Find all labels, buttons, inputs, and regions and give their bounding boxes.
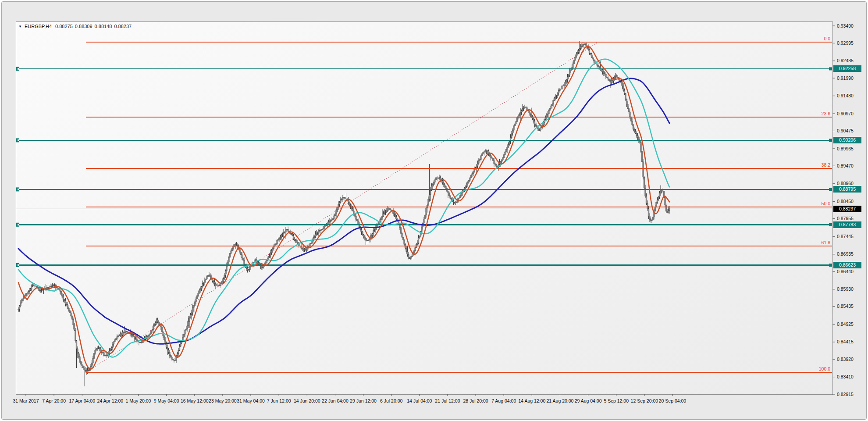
fib-level-label: 0.0 bbox=[824, 36, 830, 41]
level-right-marker bbox=[829, 67, 832, 70]
quote-high: 0.88309 bbox=[75, 24, 92, 29]
price-axis-label: 0.89965 bbox=[837, 146, 854, 151]
candle-wicks bbox=[18, 41, 669, 386]
price-axis-label: 0.92995 bbox=[837, 40, 854, 46]
price-axis-label: 0.88450 bbox=[837, 199, 854, 204]
level-left-marker-notch bbox=[18, 224, 19, 225]
fib-level-label: 23.6 bbox=[822, 111, 830, 116]
symbol-timeframe-label: EURGBP,H4 bbox=[25, 24, 52, 29]
time-axis-label: 31 Mar 2017 bbox=[13, 398, 39, 403]
price-axis-label: 0.85435 bbox=[837, 303, 854, 309]
price-axis-label: 0.84415 bbox=[837, 339, 854, 344]
price-axis-label: 0.89470 bbox=[837, 163, 854, 168]
level-price-badge: 0.88795 bbox=[833, 186, 861, 193]
time-axis-label: 21 Aug 20:00 bbox=[547, 398, 574, 403]
price-axis-label: 0.88960 bbox=[837, 181, 854, 186]
time-axis-label: 21 Jul 12:00 bbox=[435, 398, 460, 403]
level-left-marker-notch bbox=[18, 264, 19, 266]
level-left-marker-notch bbox=[18, 139, 19, 141]
level-price-badge: 0.90206 bbox=[833, 137, 861, 143]
time-axis-label: 7 Aug 04:00 bbox=[491, 398, 516, 403]
ma-medium-line bbox=[18, 59, 669, 357]
time-axis-label: 6 Jul 20:00 bbox=[380, 398, 402, 403]
level-price-badge: 0.86623 bbox=[833, 262, 861, 268]
time-axis-label: 9 May 04:00 bbox=[154, 398, 179, 403]
level-right-marker bbox=[829, 223, 832, 226]
quote-close: 0.88237 bbox=[114, 24, 132, 29]
fib-level-label: 61.8 bbox=[822, 240, 830, 245]
level-price-badge: 0.92258 bbox=[833, 65, 861, 72]
time-axis-label: 7 Jun 12:00 bbox=[267, 398, 291, 403]
price-axis-label: 0.83920 bbox=[837, 357, 854, 362]
fib-level-label: 38.2 bbox=[822, 162, 830, 168]
time-axis-label: 16 May 12:00 bbox=[181, 398, 209, 403]
time-axis-label: 20 Sep 04:00 bbox=[659, 398, 686, 403]
time-axis-label: 31 May 04:00 bbox=[237, 398, 265, 403]
time-axis-label: 28 Jul 20:00 bbox=[463, 398, 488, 403]
time-axis-label: 29 Aug 04:00 bbox=[575, 398, 602, 403]
time-axis-label: 1 May 20:00 bbox=[126, 398, 151, 403]
fib-level-label: 50.0 bbox=[822, 201, 830, 206]
price-axis-label: 0.90475 bbox=[837, 128, 854, 133]
time-axis-label: 5 Sep 12:00 bbox=[604, 398, 629, 403]
fib-level-label: 100.0 bbox=[819, 366, 830, 371]
symbol-dropdown-icon[interactable]: ▼ bbox=[18, 25, 22, 29]
price-axis-label: 0.82915 bbox=[837, 392, 854, 397]
time-axis-label: 24 Apr 12:00 bbox=[97, 398, 124, 403]
time-axis-label: 7 Apr 20:00 bbox=[42, 398, 66, 403]
chart-window: ▼EURGBP,H40.882750.883090.881480.88237 0… bbox=[1, 1, 867, 420]
level-left-marker-notch bbox=[18, 68, 19, 70]
price-axis-label: 0.87955 bbox=[837, 216, 854, 221]
time-axis-label: 29 Jun 12:00 bbox=[350, 398, 377, 403]
quote-low: 0.88148 bbox=[95, 24, 112, 29]
ma-fast-line bbox=[18, 46, 669, 369]
level-right-marker bbox=[829, 139, 832, 142]
level-right-marker bbox=[829, 264, 832, 267]
level-price-badge: 0.87783 bbox=[833, 221, 861, 228]
level-right-marker bbox=[829, 188, 832, 191]
level-left-marker-notch bbox=[18, 189, 19, 190]
time-axis-label: 23 May 20:00 bbox=[209, 398, 237, 403]
price-axis-label: 0.86440 bbox=[837, 269, 854, 274]
current-price-badge: 0.88237 bbox=[833, 206, 861, 212]
price-axis-label: 0.86935 bbox=[837, 251, 854, 257]
price-axis-label: 0.90970 bbox=[837, 111, 854, 116]
quote-open: 0.88275 bbox=[55, 24, 73, 29]
price-axis-label: 0.84925 bbox=[837, 321, 854, 327]
price-axis-label: 0.92485 bbox=[837, 58, 854, 63]
price-axis-label: 0.87445 bbox=[837, 234, 854, 239]
price-axis-label: 0.93490 bbox=[837, 23, 854, 29]
chart-title: ▼EURGBP,H40.882750.883090.881480.88237 bbox=[18, 24, 134, 29]
price-axis-label: 0.91990 bbox=[837, 75, 854, 81]
time-axis-label: 12 Sep 20:00 bbox=[631, 398, 658, 403]
price-axis-label: 0.85930 bbox=[837, 286, 854, 292]
chart-canvas[interactable] bbox=[2, 2, 868, 421]
time-axis-label: 14 Aug 12:00 bbox=[518, 398, 545, 403]
time-axis-label: 22 Jun 04:00 bbox=[322, 398, 349, 403]
price-axis-label: 0.91480 bbox=[837, 93, 854, 98]
time-axis-label: 17 Apr 04:00 bbox=[69, 398, 95, 403]
time-axis-label: 14 Jul 04:00 bbox=[407, 398, 432, 403]
time-axis-label: 14 Jun 20:00 bbox=[294, 398, 320, 403]
ma-slow-line bbox=[18, 78, 669, 344]
price-axis-label: 0.83410 bbox=[837, 374, 854, 379]
